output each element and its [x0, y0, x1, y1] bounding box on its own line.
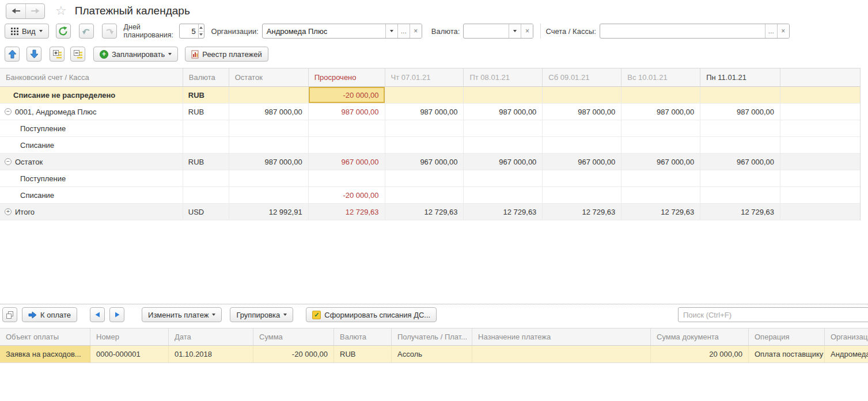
- calendar-value-cell[interactable]: -20 000,00: [309, 187, 385, 203]
- calendar-value-cell[interactable]: [543, 87, 621, 103]
- calendar-value-cell[interactable]: 12 992,91: [229, 204, 309, 220]
- forward-button[interactable]: [25, 4, 44, 18]
- generate-writeoffs-button[interactable]: ✓ Сформировать списания ДС...: [306, 307, 437, 322]
- calendar-value-cell[interactable]: [621, 137, 700, 153]
- calendar-value-cell[interactable]: [700, 137, 780, 153]
- calendar-row[interactable]: Списание: [0, 137, 860, 154]
- calendar-value-cell[interactable]: 12 729,63: [385, 204, 464, 220]
- calendar-value-cell[interactable]: 967 000,00: [309, 154, 385, 170]
- organization-clear-button[interactable]: ×: [410, 24, 422, 38]
- calendar-value-cell[interactable]: 987 000,00: [621, 104, 700, 120]
- calendar-col-header[interactable]: Пн 11.01.21: [700, 68, 780, 86]
- payments-cell[interactable]: 20 000,00: [651, 346, 749, 362]
- calendar-value-cell[interactable]: [700, 187, 780, 203]
- calendar-currency-cell[interactable]: [183, 120, 229, 136]
- calendar-currency-cell[interactable]: [183, 170, 229, 186]
- calendar-value-cell[interactable]: [385, 120, 464, 136]
- calendar-row[interactable]: −ОстатокRUB987 000,00967 000,00967 000,0…: [0, 154, 860, 170]
- calendar-value-cell[interactable]: [229, 187, 309, 203]
- calendar-row[interactable]: Поступление: [0, 120, 860, 137]
- organization-value[interactable]: Андромеда Плюс: [263, 27, 385, 36]
- calendar-value-cell[interactable]: 967 000,00: [543, 154, 621, 170]
- payments-cell[interactable]: Андромеда: [825, 346, 868, 362]
- calendar-row[interactable]: −0001, Андромеда ПлюсRUB987 000,00987 00…: [0, 104, 860, 120]
- calendar-value-cell[interactable]: [385, 187, 464, 203]
- calendar-value-cell[interactable]: 12 729,63: [700, 204, 780, 220]
- calendar-value-cell[interactable]: [621, 187, 700, 203]
- payments-col-header[interactable]: Получатель / Плат...: [392, 329, 472, 345]
- calendar-value-cell[interactable]: 967 000,00: [700, 154, 780, 170]
- calendar-col-header[interactable]: Чт 07.01.21: [385, 68, 464, 86]
- calendar-currency-cell[interactable]: RUB: [183, 104, 229, 120]
- calendar-col-header[interactable]: Сб 09.01.21: [543, 68, 621, 86]
- calendar-row-label[interactable]: Списание не распределено: [0, 87, 183, 103]
- next-day-button[interactable]: [109, 307, 124, 322]
- calendar-value-cell[interactable]: 12 729,63: [621, 204, 700, 220]
- payments-col-header[interactable]: Организация: [825, 329, 868, 345]
- payments-cell[interactable]: Ассоль: [392, 346, 472, 362]
- calendar-empty-cell[interactable]: [780, 104, 860, 120]
- calendar-row-label[interactable]: Поступление: [0, 170, 183, 186]
- calendar-currency-cell[interactable]: USD: [183, 204, 229, 220]
- calendar-empty-cell[interactable]: [780, 87, 860, 103]
- calendar-empty-cell[interactable]: [780, 204, 860, 220]
- calendar-value-cell[interactable]: [385, 137, 464, 153]
- calendar-empty-cell[interactable]: [780, 170, 860, 186]
- calendar-row[interactable]: Списание не распределеноRUB-20 000,00: [0, 87, 860, 104]
- calendar-row[interactable]: +ИтогоUSD12 992,9112 729,6312 729,6312 7…: [0, 204, 860, 220]
- currency-clear-button[interactable]: ×: [521, 24, 533, 38]
- calendar-value-cell[interactable]: [385, 87, 464, 103]
- expander-minus-icon[interactable]: −: [5, 158, 12, 165]
- grouping-button[interactable]: Группировка: [230, 307, 293, 322]
- calendar-row[interactable]: Списание-20 000,00: [0, 187, 860, 204]
- calendar-value-cell[interactable]: 967 000,00: [621, 154, 700, 170]
- calendar-row-label[interactable]: −Остаток: [0, 154, 183, 170]
- calendar-value-cell[interactable]: [543, 170, 621, 186]
- plan-button[interactable]: + Запланировать: [93, 47, 178, 62]
- calendar-value-cell[interactable]: [543, 137, 621, 153]
- calendar-value-cell[interactable]: [464, 120, 543, 136]
- payments-col-header[interactable]: Объект оплаты: [0, 329, 90, 345]
- move-down-button[interactable]: [26, 47, 41, 62]
- payment-registry-button[interactable]: Реестр платежей: [185, 47, 268, 62]
- calendar-value-cell[interactable]: [700, 120, 780, 136]
- calendar-value-cell[interactable]: [385, 170, 464, 186]
- expander-minus-icon[interactable]: −: [5, 108, 12, 115]
- calendar-col-header[interactable]: Остаток: [229, 68, 309, 86]
- calendar-value-cell[interactable]: 987 000,00: [464, 104, 543, 120]
- calendar-value-cell[interactable]: 987 000,00: [385, 104, 464, 120]
- undo-button[interactable]: [79, 24, 94, 39]
- expander-plus-icon[interactable]: +: [5, 208, 12, 215]
- calendar-value-cell[interactable]: [464, 87, 543, 103]
- spinner-down-button[interactable]: [199, 31, 204, 39]
- payments-cell[interactable]: Заявка на расходов...: [0, 346, 90, 362]
- calendar-value-cell[interactable]: 987 000,00: [229, 104, 309, 120]
- calendar-value-cell[interactable]: [464, 170, 543, 186]
- calendar-empty-cell[interactable]: [780, 120, 860, 136]
- organization-combo[interactable]: Андромеда Плюс ... ×: [262, 24, 422, 39]
- calendar-empty-cell[interactable]: [780, 187, 860, 203]
- calendar-value-cell[interactable]: [309, 137, 385, 153]
- detach-window-button[interactable]: [2, 307, 17, 322]
- planning-days-input[interactable]: [180, 27, 198, 36]
- payments-col-header[interactable]: Операция: [749, 329, 825, 345]
- spinner-up-button[interactable]: [199, 24, 204, 31]
- payments-col-header[interactable]: Номер: [90, 329, 169, 345]
- redo-button[interactable]: [102, 24, 117, 39]
- calendar-row-label[interactable]: Списание: [0, 187, 183, 203]
- calendar-value-cell[interactable]: [464, 137, 543, 153]
- organization-dropdown-button[interactable]: [385, 24, 397, 38]
- calendar-currency-cell[interactable]: [183, 187, 229, 203]
- calendar-value-cell[interactable]: [700, 170, 780, 186]
- calendar-col-header[interactable]: [780, 68, 860, 86]
- calendar-value-cell[interactable]: [229, 87, 309, 103]
- organization-choose-button[interactable]: ...: [397, 24, 410, 38]
- calendar-col-header[interactable]: Валюта: [183, 68, 229, 86]
- calendar-value-cell[interactable]: 967 000,00: [385, 154, 464, 170]
- payments-col-header[interactable]: Дата: [169, 329, 253, 345]
- calendar-value-cell[interactable]: [621, 120, 700, 136]
- panel-splitter[interactable]: [0, 304, 868, 304]
- calendar-value-cell[interactable]: [229, 120, 309, 136]
- payments-cell[interactable]: [472, 346, 651, 362]
- calendar-value-cell[interactable]: 987 000,00: [700, 104, 780, 120]
